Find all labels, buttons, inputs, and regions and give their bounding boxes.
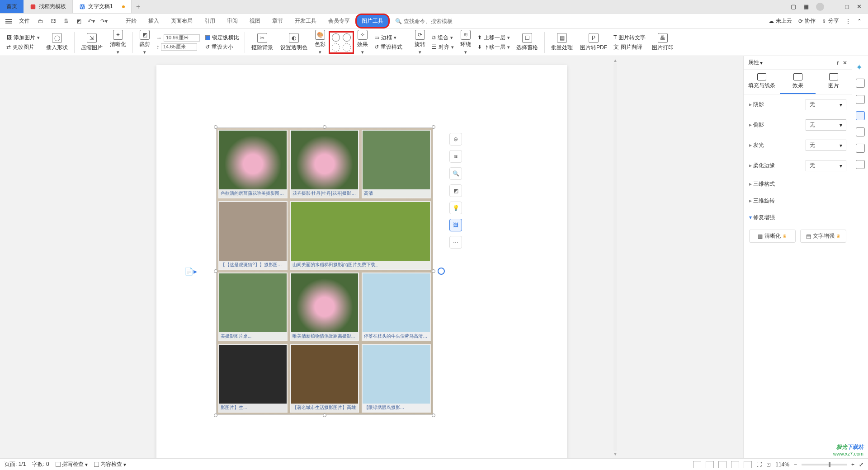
resize-handle-nw[interactable] xyxy=(214,125,217,129)
change-image-button[interactable]: ⇄更改图片 xyxy=(6,43,40,51)
sidebar-library-icon[interactable] xyxy=(856,144,865,153)
remove-bg-button[interactable]: ✂抠除背景 xyxy=(249,33,276,52)
zoom-out-button[interactable]: − xyxy=(794,461,797,468)
view-page-icon[interactable] xyxy=(706,461,714,468)
collapse-ribbon-icon[interactable]: ⌃ xyxy=(857,18,862,24)
qa-save-icon[interactable]: 🖫 xyxy=(48,16,59,27)
avatar-icon[interactable] xyxy=(816,3,824,11)
wrap-button[interactable]: ≋环绕 ▾ xyxy=(458,30,474,55)
zoom-fit-icon[interactable]: ⊡ xyxy=(766,461,771,468)
repair-enhance-section[interactable]: 修复增强 xyxy=(744,209,852,226)
resize-handle-se[interactable] xyxy=(432,414,435,417)
float-replace-button[interactable]: 🖼 xyxy=(449,219,462,231)
tab-template[interactable]: 找稻壳模板 xyxy=(24,0,73,13)
sidebar-star-icon[interactable]: ✦ xyxy=(856,62,865,71)
maximize-button[interactable]: ◻ xyxy=(844,3,849,10)
align-button[interactable]: ☰对齐 ▾ xyxy=(432,43,454,51)
rotate-cw-icon[interactable] xyxy=(332,33,340,42)
close-panel-icon[interactable]: ✕ xyxy=(843,60,847,66)
zoom-slider[interactable] xyxy=(802,464,847,465)
print-image-button[interactable]: 🖶图片打印 xyxy=(649,33,676,52)
rotate-button[interactable]: ⟳旋转 ▾ xyxy=(412,30,428,55)
sidebar-settings-icon[interactable] xyxy=(856,111,865,120)
close-window-button[interactable]: ✕ xyxy=(857,3,862,10)
text-enhance-button[interactable]: ▤文字增强♛ xyxy=(800,230,847,243)
cloud-status[interactable]: ☁未上云 xyxy=(769,17,792,25)
crop-button[interactable]: ◩裁剪 ▾ xyxy=(137,30,153,55)
resize-handle-n[interactable] xyxy=(323,125,326,129)
compress-image-button[interactable]: ⇲压缩图片 xyxy=(78,33,105,52)
menutab-review[interactable]: 审阅 xyxy=(222,14,243,28)
zoom-thumb[interactable] xyxy=(829,462,830,467)
menutab-start[interactable]: 开始 xyxy=(120,14,142,28)
panel-tab-fill[interactable]: 填充与线条 xyxy=(744,70,780,94)
fullscreen-icon[interactable]: ⤢ xyxy=(859,461,863,468)
prop-3d-rotation[interactable]: 三维旋转 xyxy=(744,193,852,209)
resize-handle-e[interactable] xyxy=(432,269,435,273)
panel-tab-effect[interactable]: 效果 xyxy=(780,70,816,94)
reset-style-button[interactable]: ↺重设样式 xyxy=(374,43,402,51)
group-button[interactable]: ⧉组合 ▾ xyxy=(432,34,454,42)
sidebar-location-icon[interactable] xyxy=(856,127,865,136)
height-input[interactable] xyxy=(161,43,197,51)
word-count[interactable]: 字数: 0 xyxy=(32,461,49,468)
prop-shadow[interactable]: 阴影无▾ xyxy=(744,94,852,115)
reset-size-button[interactable]: ↺重设大小 xyxy=(205,43,239,51)
menutab-picture-tools[interactable]: 图片工具 xyxy=(356,14,389,28)
zoom-value[interactable]: 114% xyxy=(775,461,789,468)
contentcheck-toggle[interactable]: 内容检查 ▾ xyxy=(94,461,126,468)
recolor-button[interactable]: 🎨色彩 ▾ xyxy=(312,30,328,55)
qa-print-icon[interactable]: 🖶 xyxy=(61,16,71,27)
menutab-member[interactable]: 会员专享 xyxy=(323,14,355,28)
resize-handle-s[interactable] xyxy=(323,414,326,417)
float-wrap-button[interactable]: ≋ xyxy=(449,150,462,163)
selected-image[interactable]: 色欲滴的唐菖蒲花唯美摄影图片... 花卉摄影 牡丹|牡丹|花卉|摄影_... 高… xyxy=(216,127,433,415)
scroll-down-icon[interactable]: ▼ xyxy=(613,451,618,456)
sharpen-button[interactable]: ✦清晰化 ▾ xyxy=(107,30,129,55)
float-crop-button[interactable]: ◩ xyxy=(449,184,462,197)
collab-button[interactable]: ⟳协作 xyxy=(798,17,816,25)
tab-home[interactable]: 首页 xyxy=(0,0,24,13)
sharpen-enhance-button[interactable]: ▥清晰化♛ xyxy=(749,230,796,243)
reflection-select[interactable]: 无▾ xyxy=(806,119,846,131)
file-menu[interactable]: 文件 xyxy=(15,15,33,27)
prop-glow[interactable]: 发光无▾ xyxy=(744,135,852,155)
menutab-devtools[interactable]: 开发工具 xyxy=(289,14,322,28)
float-zoom-out-button[interactable]: ⊖ xyxy=(449,133,462,146)
new-tab-button[interactable]: + xyxy=(132,0,145,13)
rotate-ccw-icon[interactable] xyxy=(343,33,351,42)
view-outline-icon[interactable] xyxy=(718,461,726,468)
command-search[interactable]: 🔍 xyxy=(395,18,458,24)
qa-preview-icon[interactable]: ◩ xyxy=(73,16,84,27)
send-backward-button[interactable]: ⬇下移一层 ▾ xyxy=(477,43,510,51)
scroll-track[interactable] xyxy=(613,63,617,451)
view-read-icon[interactable] xyxy=(744,461,752,468)
view-eye-icon[interactable] xyxy=(693,461,701,468)
add-image-button[interactable]: 🖼添加图片 ▾ xyxy=(6,34,40,42)
width-input[interactable] xyxy=(164,34,200,42)
sidebar-format-icon[interactable] xyxy=(856,79,865,88)
prop-3d-format[interactable]: 三维格式 xyxy=(744,176,852,193)
menutab-layout[interactable]: 页面布局 xyxy=(165,14,198,28)
resize-handle-ne[interactable] xyxy=(432,125,435,129)
selection-pane-button[interactable]: ☐选择窗格 xyxy=(514,33,541,52)
menutab-chapter[interactable]: 章节 xyxy=(267,14,288,28)
pin-panel-icon[interactable]: ⫯ xyxy=(836,60,839,66)
focus-mode-icon[interactable]: ⛶ xyxy=(756,461,762,468)
to-text-button[interactable]: T图片转文字 xyxy=(613,34,646,42)
resize-handle-sw[interactable] xyxy=(214,414,217,417)
command-search-input[interactable] xyxy=(404,18,458,24)
qa-open-icon[interactable]: 🗀 xyxy=(35,16,46,27)
vertical-scrollbar[interactable]: ▲ ▼ xyxy=(612,56,618,458)
translate-button[interactable]: 文图片翻译 xyxy=(613,43,646,51)
insert-shape-button[interactable]: ◯插入形状 xyxy=(43,33,71,52)
prop-reflection[interactable]: 倒影无▾ xyxy=(744,115,852,135)
batch-process-button[interactable]: ▤批量处理 xyxy=(548,33,576,52)
softedge-select[interactable]: 无▾ xyxy=(806,160,846,171)
sidebar-select-icon[interactable] xyxy=(856,95,865,104)
border-button[interactable]: ▭边框 ▾ xyxy=(374,34,402,42)
sidebar-help-icon[interactable] xyxy=(856,160,865,169)
float-zoom-button[interactable]: 🔍 xyxy=(449,167,462,180)
resize-handle-w[interactable] xyxy=(214,269,217,273)
brightness-down-icon[interactable] xyxy=(343,43,351,52)
